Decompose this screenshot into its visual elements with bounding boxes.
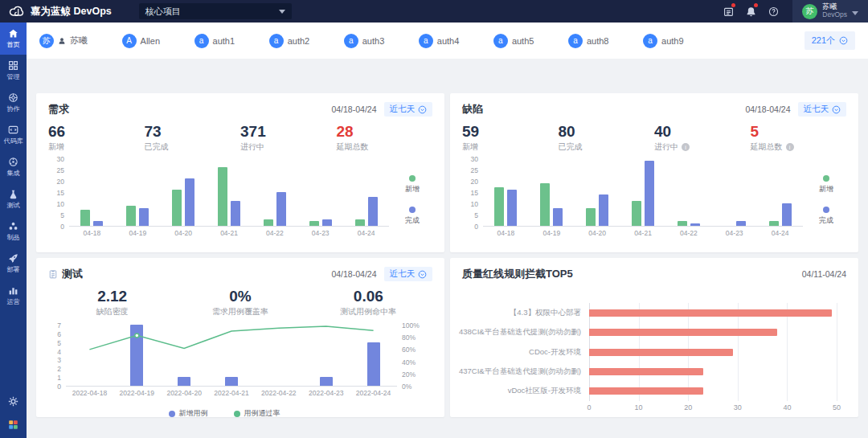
- bar-完成[interactable]: [139, 208, 149, 226]
- bar-完成[interactable]: [322, 219, 332, 226]
- bar-新增[interactable]: [632, 201, 641, 226]
- legend-item-完成[interactable]: 完成: [819, 207, 833, 226]
- help-button[interactable]: [762, 0, 784, 23]
- bar-新增[interactable]: [678, 221, 687, 226]
- bar-完成[interactable]: [599, 194, 608, 226]
- member-chip[interactable]: AAllen: [122, 34, 160, 48]
- x-axis-label: 2022-04-19: [120, 389, 154, 397]
- sidebar-item-operation[interactable]: 运营: [0, 280, 27, 312]
- apps-button[interactable]: [8, 420, 18, 430]
- bar-新增[interactable]: [355, 219, 365, 226]
- topbar: 嘉为蓝鲸 DevOps 核心项目 苏 苏曦 DevOps: [0, 0, 868, 23]
- stat-label: 缺陷密度: [48, 306, 176, 317]
- bar-group: 2022-04-19: [113, 325, 161, 386]
- card-header: 质量红线规则拦截TOP5 04/11-04/24: [462, 266, 846, 282]
- legend-item-用例通过率[interactable]: 用例通过率: [234, 408, 280, 419]
- sidebar-item-deploy[interactable]: 部署: [0, 248, 27, 280]
- member-chip[interactable]: aauth3: [344, 34, 385, 48]
- news-button[interactable]: [717, 0, 739, 23]
- member-chip[interactable]: aauth4: [419, 34, 460, 48]
- bar-完成[interactable]: [185, 178, 194, 226]
- bar-新增[interactable]: [540, 183, 550, 226]
- y-axis-right-label: 40%: [402, 358, 428, 366]
- member-chip[interactable]: aauth2: [269, 34, 310, 48]
- legend-dot: [409, 207, 416, 213]
- sidebar-item-manage[interactable]: 管理: [0, 55, 27, 87]
- bar-完成[interactable]: [553, 208, 563, 226]
- app-logo[interactable]: 嘉为蓝鲸 DevOps: [0, 5, 121, 18]
- bar-4[interactable]: [589, 368, 703, 375]
- bar-group: 04-22: [252, 159, 297, 226]
- legend-item-新增用例[interactable]: 新增用例: [169, 408, 208, 419]
- time-filter-button[interactable]: 近七天: [798, 102, 847, 117]
- category-labels: 【4.3】权限中心部署438CI&平台基础迭代提测(勿动勿删)CDoc-开发环境…: [462, 303, 589, 401]
- bar-3[interactable]: [589, 349, 733, 356]
- bar-完成[interactable]: [736, 221, 746, 226]
- bar-1[interactable]: [589, 309, 832, 317]
- sidebar-item-test[interactable]: 测试: [0, 183, 27, 215]
- sidebar-item-integration[interactable]: 集成: [0, 151, 27, 183]
- info-icon[interactable]: i: [786, 143, 794, 151]
- member-chip[interactable]: aauth9: [643, 34, 684, 48]
- sidebar-item-artifact[interactable]: 制品: [0, 215, 27, 248]
- bar-新增用例[interactable]: [320, 377, 333, 386]
- circle-chevron-icon: [839, 36, 848, 45]
- member-chip[interactable]: aauth1: [194, 34, 235, 48]
- bar-新增用例[interactable]: [178, 377, 190, 386]
- time-filter-button[interactable]: 近七天: [384, 102, 433, 117]
- notifications-button[interactable]: [739, 0, 762, 23]
- bar-5[interactable]: [589, 387, 703, 395]
- bar-新增[interactable]: [309, 221, 319, 226]
- bar-2[interactable]: [589, 329, 777, 336]
- bar-新增[interactable]: [264, 219, 273, 226]
- member-chip[interactable]: 苏苏曦: [39, 34, 88, 48]
- bar-完成[interactable]: [276, 192, 286, 226]
- bar-新增[interactable]: [586, 208, 596, 226]
- bar-group: 2022-04-24: [350, 325, 397, 386]
- bar-完成[interactable]: [507, 190, 517, 226]
- member-chip[interactable]: aauth5: [493, 34, 534, 48]
- legend-item-新增[interactable]: 新增: [819, 175, 833, 194]
- card-header-right: 04/18-04/24 近七天: [745, 102, 846, 117]
- apps-grid-icon: [8, 420, 18, 430]
- sidebar-item-code-repo[interactable]: 代码库: [0, 119, 27, 151]
- member-count-pill[interactable]: 221个: [805, 31, 855, 50]
- member-name: auth8: [587, 36, 609, 46]
- card-title-text: 测试: [62, 267, 83, 281]
- sidebar-item-collab[interactable]: 协作: [0, 87, 27, 119]
- user-menu[interactable]: 苏 苏曦 DevOps: [792, 0, 868, 23]
- bar-完成[interactable]: [782, 203, 792, 226]
- sidebar-item-home[interactable]: 首页: [0, 23, 27, 55]
- bar-新增[interactable]: [126, 206, 136, 226]
- member-chip[interactable]: aauth8: [568, 34, 609, 48]
- project-select[interactable]: 核心项目: [139, 3, 292, 19]
- legend-item-完成[interactable]: 完成: [405, 207, 420, 226]
- bar-新增[interactable]: [494, 187, 504, 226]
- grid-icon: [8, 60, 18, 71]
- chart-icon: [8, 285, 18, 296]
- stat-value: 73: [145, 123, 241, 141]
- info-icon[interactable]: i: [682, 143, 690, 151]
- bar-新增用例[interactable]: [367, 342, 380, 386]
- x-axis-label: 10: [635, 403, 643, 411]
- settings-button[interactable]: [8, 396, 18, 407]
- bar-新增用例[interactable]: [225, 377, 238, 386]
- bar-新增用例[interactable]: [130, 325, 143, 386]
- time-filter-button[interactable]: 近七天: [384, 267, 433, 281]
- legend-item-新增[interactable]: 新增: [405, 175, 420, 194]
- y-axis-right-label: 100%: [402, 321, 428, 330]
- bar-完成[interactable]: [690, 223, 700, 226]
- gridline: [837, 303, 837, 401]
- category-label: 【4.3】权限中心部署: [462, 303, 589, 322]
- bar-新增[interactable]: [769, 221, 779, 226]
- bar-group: 04-18: [69, 159, 115, 226]
- bar-完成[interactable]: [231, 201, 240, 226]
- bar-新增[interactable]: [172, 190, 182, 226]
- bar-新增[interactable]: [80, 210, 90, 226]
- bar-新增[interactable]: [218, 167, 227, 226]
- bar-完成[interactable]: [645, 161, 654, 226]
- sidebar-item-label: 管理: [6, 72, 19, 81]
- bar-完成[interactable]: [368, 197, 378, 226]
- bar-完成[interactable]: [93, 221, 103, 226]
- sidebar-nav: 首页管理协作代码库集成测试制品部署运营: [0, 23, 27, 312]
